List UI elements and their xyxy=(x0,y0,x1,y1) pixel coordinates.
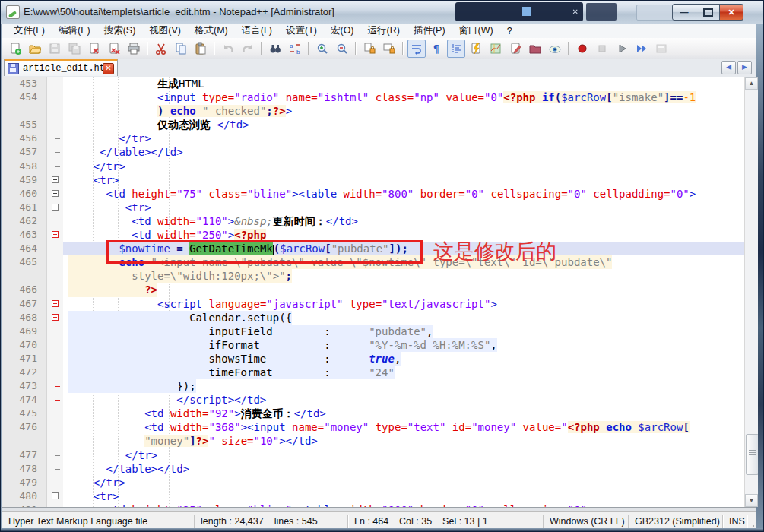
fold-collapse-icon[interactable] xyxy=(47,228,63,242)
fold-collapse-icon[interactable] xyxy=(47,311,63,325)
indent-guide-icon[interactable] xyxy=(447,40,465,58)
fold-margin xyxy=(47,214,63,228)
fold-collapse-icon[interactable] xyxy=(47,201,63,214)
close-file-icon[interactable] xyxy=(85,40,103,58)
fold-margin xyxy=(47,448,63,462)
fold-margin xyxy=(47,104,63,118)
code-text: <script language="javascript" type="text… xyxy=(63,297,497,311)
menu-item[interactable]: ? xyxy=(500,26,519,36)
code-line-471: 471 showsTime : true, xyxy=(2,352,758,366)
line-number: 463 xyxy=(2,228,47,242)
cut-icon[interactable] xyxy=(152,40,170,58)
close-all-icon[interactable] xyxy=(105,40,123,58)
scrollbar-thumb[interactable] xyxy=(746,434,758,475)
sync-horizontal-icon[interactable] xyxy=(380,40,398,58)
save-icon[interactable] xyxy=(46,40,64,58)
line-number: 481 xyxy=(2,503,47,507)
save-all-icon[interactable] xyxy=(65,40,84,58)
line-number: 465 xyxy=(2,255,47,269)
save-macro-icon[interactable] xyxy=(652,40,670,58)
background-window-icon xyxy=(522,7,531,16)
maximize-button[interactable] xyxy=(696,4,720,21)
line-number: 454 xyxy=(2,90,47,104)
open-folder-icon[interactable] xyxy=(26,40,44,58)
play-macro-icon[interactable] xyxy=(613,40,631,58)
sync-vertical-icon[interactable] xyxy=(360,40,379,58)
code-text: </tr> xyxy=(63,476,125,489)
print-icon[interactable] xyxy=(125,40,143,58)
toolbar: ab¶ xyxy=(2,38,761,59)
tab-scroll-right-icon[interactable]: ▶ xyxy=(737,61,752,74)
menu-bar: 文件(F)编辑(E)搜索(S)视图(V)格式(M)语言(L)设置(T)宏(O)运… xyxy=(2,24,762,39)
zoom-out-icon[interactable] xyxy=(333,40,351,58)
code-line-469: 469 inputField : "pubdate", xyxy=(2,325,758,338)
menu-item[interactable]: 运行(R) xyxy=(361,24,407,37)
minimize-button[interactable]: — xyxy=(672,4,696,21)
run-macro-multiple-icon[interactable] xyxy=(632,40,651,58)
close-button[interactable]: ✕ xyxy=(720,4,743,21)
fold-margin xyxy=(47,379,63,393)
menu-item[interactable]: 设置(T) xyxy=(279,24,324,37)
code-text: <td height="75" class="bline"><table wid… xyxy=(63,187,696,201)
toolbar-separator xyxy=(147,42,148,55)
scroll-down-icon[interactable]: ▼ xyxy=(745,494,758,507)
tab-scroll-left-icon[interactable]: ◀ xyxy=(721,61,736,74)
toolbar-separator xyxy=(568,42,569,55)
line-number: 461 xyxy=(2,201,47,214)
line-number: 478 xyxy=(2,462,47,476)
menu-item[interactable]: 插件(P) xyxy=(407,24,452,37)
zoom-in-icon[interactable] xyxy=(313,40,331,58)
new-file-icon[interactable] xyxy=(6,40,24,58)
document-map-icon[interactable] xyxy=(487,40,505,58)
file-monitoring-icon[interactable] xyxy=(546,40,564,58)
fold-collapse-icon[interactable] xyxy=(47,187,63,201)
menu-item[interactable]: 宏(O) xyxy=(324,24,361,37)
undo-icon[interactable] xyxy=(219,40,237,58)
function-list-icon[interactable] xyxy=(467,40,485,58)
line-number: 455 xyxy=(2,118,47,131)
doc-switcher-icon[interactable] xyxy=(506,40,525,58)
code-line-479: 479 </tr> xyxy=(2,476,758,489)
code-line-474: 474 </script></td> xyxy=(2,393,758,407)
menu-item[interactable]: 文件(F) xyxy=(7,24,52,37)
toolbar-separator xyxy=(214,42,215,55)
tab-article-edit[interactable]: article_edit.htm ✕ xyxy=(4,59,118,76)
code-editor[interactable]: 453 生成HTML454 <input type="radio" name="… xyxy=(2,77,758,507)
menu-item[interactable]: 格式(M) xyxy=(188,24,235,37)
line-number: 475 xyxy=(2,407,47,420)
code-line-478: 478 </table></td> xyxy=(2,462,758,476)
menu-item[interactable]: 编辑(E) xyxy=(52,24,97,37)
fold-margin xyxy=(47,503,63,507)
fold-margin xyxy=(47,393,63,407)
annotation-text: 这是修改后的 xyxy=(433,238,556,265)
copy-icon[interactable] xyxy=(172,40,190,58)
notepad-plus-plus-window: E:\www\50\houtai\templets\article_edit.h… xyxy=(0,0,764,532)
menu-item[interactable]: 搜索(S) xyxy=(97,24,143,37)
fold-collapse-icon[interactable] xyxy=(47,489,63,503)
code-text: ifFormat : "%Y-%m-%d %H:%M:%S", xyxy=(63,338,497,352)
line-number xyxy=(2,104,47,118)
paste-icon[interactable] xyxy=(192,40,210,58)
folder-as-workspace-icon[interactable] xyxy=(526,40,544,58)
code-text: <td height="25" class="bline"><table wid… xyxy=(63,503,593,507)
find-icon[interactable] xyxy=(266,40,284,58)
record-macro-icon[interactable] xyxy=(573,40,591,58)
line-number: 473 xyxy=(2,379,47,393)
replace-icon[interactable]: ab xyxy=(286,40,304,58)
fold-collapse-icon[interactable] xyxy=(47,297,63,311)
scroll-up-icon[interactable]: ▲ xyxy=(745,77,758,90)
menu-item[interactable]: 语言(L) xyxy=(235,24,279,37)
redo-icon[interactable] xyxy=(239,40,257,58)
code-line-wrap: style=\"width:120px;\">"; xyxy=(2,269,758,283)
stop-macro-icon[interactable] xyxy=(593,40,611,58)
menu-item[interactable]: 窗口(W) xyxy=(452,24,500,37)
tab-close-icon[interactable]: ✕ xyxy=(103,63,114,74)
code-line-459: 459 <tr> xyxy=(2,173,758,187)
word-wrap-icon[interactable] xyxy=(407,40,426,58)
vertical-scrollbar[interactable]: ▲ ▼ xyxy=(744,77,758,507)
fold-collapse-icon[interactable] xyxy=(47,173,63,187)
menu-item[interactable]: 视图(V) xyxy=(142,24,188,37)
code-line-456: 456 </tr> xyxy=(2,131,758,145)
show-all-chars-icon[interactable]: ¶ xyxy=(427,40,445,58)
fold-margin xyxy=(47,118,63,131)
